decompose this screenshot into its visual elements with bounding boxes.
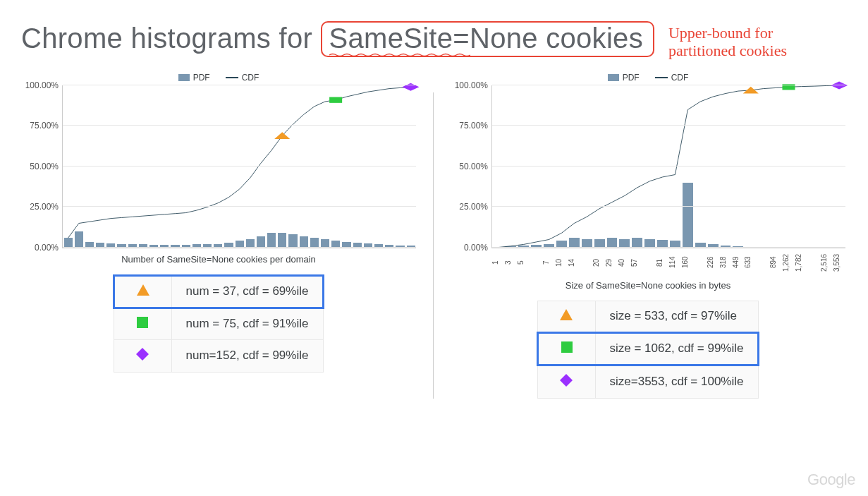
xtick: 57 [630, 250, 643, 274]
left-plot: 0.00%25.00%50.00%75.00%100.00% [62, 85, 416, 248]
title-box-text: SameSite=None cookies [329, 23, 643, 54]
triangle-marker-icon [114, 275, 171, 308]
legend-pdf-swatch-icon [178, 74, 190, 81]
xtick [580, 250, 592, 274]
right-chart-panel: PDF CDF 0.00%25.00%50.00%75.00%100.00% 1… [451, 73, 845, 399]
left-marker-label-0: num = 37, cdf = 69%ile [171, 275, 324, 308]
handwritten-annotation: Upper-bound for partitioned cookies [668, 24, 787, 60]
svg-rect-1 [329, 97, 342, 102]
charts-row: PDF CDF 0.00%25.00%50.00%75.00%100.00% N… [21, 73, 847, 399]
square-marker-icon [537, 332, 595, 365]
xtick: 29 [605, 250, 618, 274]
left-marker-label-1: num = 75, cdf = 91%ile [171, 308, 324, 339]
legend-pdf: PDF [178, 73, 210, 83]
left-marker-row-0: num = 37, cdf = 69%ile [114, 275, 324, 308]
xtick [807, 250, 820, 274]
right-marker-row-2: size=3553, cdf = 100%ile [537, 365, 759, 398]
diamond-marker-icon [114, 339, 171, 372]
triangle-marker-icon [537, 301, 595, 332]
xtick: 14 [568, 250, 580, 274]
xtick: 449 [732, 250, 745, 274]
xtick: 20 [592, 250, 605, 274]
xtick: 633 [744, 250, 757, 274]
annotation-line2: partitioned cookies [668, 42, 787, 59]
title-highlight-box: SameSite=None cookies [321, 21, 654, 57]
right-cdf-line [492, 85, 845, 248]
xtick: 1,782 [795, 250, 807, 274]
xtick: 114 [668, 250, 681, 274]
legend-cdf: CDF [655, 73, 689, 83]
left-cdf-line [63, 85, 416, 248]
right-marker-table: size = 533, cdf = 97%ile size = 1062, cd… [537, 301, 760, 399]
xtick: 318 [719, 250, 732, 274]
svg-rect-10 [561, 341, 573, 353]
legend-pdf-swatch-icon [608, 74, 619, 81]
right-marker-label-1: size = 1062, cdf = 99%ile [595, 332, 759, 365]
xtick: 160 [681, 250, 694, 274]
annotation-line1: Upper-bound for [668, 24, 787, 42]
left-marker-label-2: num=152, cdf = 99%ile [171, 339, 324, 372]
google-logo: Google [807, 471, 855, 489]
left-subtitle: Number of SameSite=None cookies per doma… [21, 254, 416, 265]
legend-cdf-swatch-icon [226, 77, 238, 78]
xtick: 3 [504, 250, 517, 274]
left-marker-table: num = 37, cdf = 69%ile num = 75, cdf = 9… [113, 274, 325, 373]
xtick: 1 [491, 250, 504, 274]
svg-marker-6 [743, 86, 759, 93]
xtick: 40 [618, 250, 630, 274]
legend-cdf-swatch-icon [655, 77, 668, 78]
right-plot: 0.00%25.00%50.00%75.00%100.00% [491, 85, 845, 248]
xtick: 3,553 [833, 250, 845, 274]
xtick [530, 250, 542, 274]
right-subtitle: Size of SameSite=None cookies in bytes [451, 280, 845, 291]
xtick [643, 250, 656, 274]
diamond-marker-icon [537, 365, 595, 398]
xtick: 1,262 [782, 250, 795, 274]
title-row: Chrome histograms for SameSite=None cook… [21, 21, 847, 60]
square-marker-icon [114, 308, 171, 339]
xtick [694, 250, 707, 274]
slide: Chrome histograms for SameSite=None cook… [0, 0, 868, 496]
svg-marker-11 [560, 374, 573, 387]
svg-marker-9 [560, 309, 573, 320]
svg-marker-8 [831, 81, 848, 89]
legend-pdf: PDF [608, 73, 640, 83]
left-marker-row-1: num = 75, cdf = 91%ile [114, 308, 324, 339]
title-prefix: Chrome histograms for [21, 23, 321, 54]
right-marker-label-2: size=3553, cdf = 100%ile [595, 365, 759, 398]
right-marker-row-0: size = 533, cdf = 97%ile [537, 301, 759, 332]
svg-marker-5 [136, 348, 149, 361]
xtick: 7 [542, 250, 555, 274]
xtick: 10 [555, 250, 568, 274]
panel-divider [433, 92, 434, 399]
left-marker-row-2: num=152, cdf = 99%ile [114, 339, 324, 372]
right-legend: PDF CDF [451, 73, 845, 83]
svg-marker-0 [274, 132, 290, 139]
left-legend: PDF CDF [21, 73, 416, 83]
xtick: 226 [707, 250, 719, 274]
xtick: 81 [656, 250, 668, 274]
xtick: 2,516 [820, 250, 833, 274]
spellcheck-squiggle-icon [329, 53, 470, 57]
svg-marker-3 [137, 284, 149, 296]
xtick [757, 250, 769, 274]
right-xticks: 1357101420294057811141602263184496338941… [491, 250, 845, 274]
xtick: 894 [769, 250, 782, 274]
right-marker-row-1: size = 1062, cdf = 99%ile [537, 332, 759, 365]
xtick: 5 [517, 250, 530, 274]
right-marker-label-0: size = 533, cdf = 97%ile [595, 301, 759, 332]
left-chart-panel: PDF CDF 0.00%25.00%50.00%75.00%100.00% N… [21, 73, 416, 399]
legend-cdf: CDF [226, 73, 259, 83]
svg-rect-4 [137, 317, 148, 328]
page-title: Chrome histograms for SameSite=None cook… [21, 21, 654, 57]
